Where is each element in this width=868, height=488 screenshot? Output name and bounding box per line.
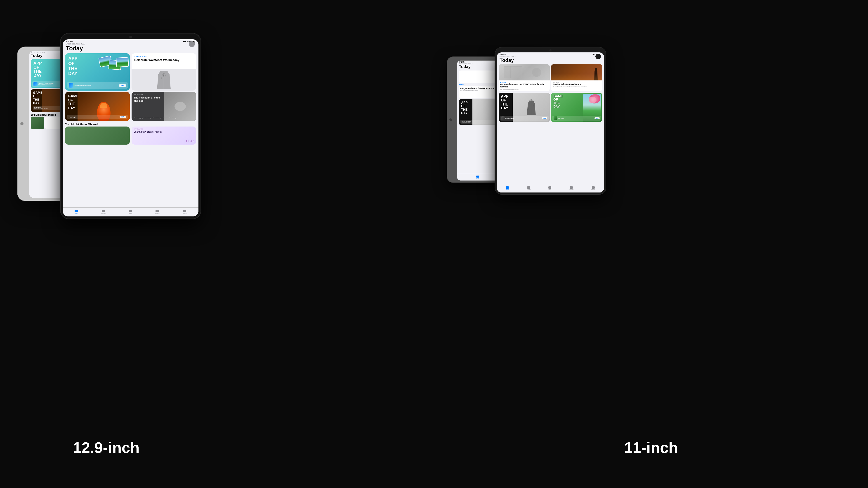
nav11-games[interactable]: Games bbox=[527, 186, 531, 190]
missed-header: You Might Have Missed bbox=[63, 121, 198, 127]
tips-tag: LIFE HACK bbox=[553, 82, 600, 83]
label-11-inch: 11-inch bbox=[434, 439, 868, 456]
tips-desc: No time for mindfulness? Dan Harris can … bbox=[553, 86, 600, 88]
nav11-search[interactable]: Search bbox=[591, 186, 595, 190]
learn-category: APP CULTURE bbox=[134, 128, 143, 130]
nav-games[interactable]: Games bbox=[101, 210, 105, 214]
game-label: GAMEOFTHEDAY bbox=[68, 94, 79, 110]
golf-name: Golf Clash bbox=[558, 118, 563, 119]
wwdc-desc: Tap to see their apps and games. bbox=[500, 89, 548, 90]
nav-explore[interactable]: Explore bbox=[155, 210, 159, 214]
screen-11-front: 9:41 AM Wed Jul 11 WEDNESDAY, JULY 11 To… bbox=[497, 53, 604, 193]
s11f-avatar[interactable] bbox=[595, 54, 601, 59]
bank-card[interactable]: GET STARTED The new bank of mum and dad … bbox=[131, 92, 196, 121]
ipad-129-front: 9:41 AM ▶▶ WiFi ■■■ WEDNESDAY, 11 JULY T… bbox=[61, 33, 201, 219]
aod-fashion-11front[interactable]: APPOFTHEDAY Prêt-à-Template bbox=[499, 93, 550, 122]
golf-label: GAMEOFTHEDAY bbox=[553, 94, 563, 108]
learn-title: Learn, play, create, repeat bbox=[134, 131, 162, 133]
wwdc-title: Congratulations to the WWDC18 Scholarshi… bbox=[500, 83, 548, 88]
ipad-11-front: 9:41 AM Wed Jul 11 WEDNESDAY, JULY 11 To… bbox=[495, 47, 606, 194]
waistcoat-title: Celebrate Waistcoat Wednesday bbox=[134, 58, 193, 62]
nav11-apps[interactable]: Apps bbox=[548, 186, 551, 190]
svg-rect-1 bbox=[504, 66, 522, 78]
s11f-time: 9:41 AM bbox=[500, 53, 506, 55]
camera-11-front bbox=[549, 49, 552, 52]
get-btn-golf[interactable]: GET bbox=[594, 117, 600, 119]
game-of-day-card[interactable]: GAMEOFTHEDAY Fruit Ninja® GET bbox=[65, 92, 130, 121]
wwdc-card[interactable]: WWDC18 Congratulations to the WWDC18 Sch… bbox=[499, 64, 550, 91]
plant-card[interactable] bbox=[65, 127, 130, 144]
s11f-title: Today bbox=[500, 57, 601, 63]
tips-title: Tips for Reluctant Meditators bbox=[553, 83, 600, 86]
golf-card[interactable]: GAMEOFTHEDAY Golf Clash GET bbox=[551, 93, 602, 122]
game-name: Fruit Ninja® bbox=[69, 116, 76, 118]
screen-avatar[interactable] bbox=[189, 41, 195, 47]
bottom-nav-11f: Today Games Apps Updates Search bbox=[497, 184, 604, 193]
get-btn-printa[interactable]: GET bbox=[542, 117, 547, 119]
get-button-game[interactable]: GET bbox=[120, 116, 126, 118]
nav-search[interactable]: Search bbox=[183, 210, 187, 214]
app-of-day-card[interactable]: APPOFTHEDAY Slidebox · Photo Manager GET bbox=[65, 53, 130, 91]
label-129-inch: 12.9-inch bbox=[0, 439, 213, 456]
camera-back bbox=[20, 122, 24, 125]
bank-title: The new bank of mum and dad bbox=[134, 96, 161, 103]
tips-card[interactable]: LIFE HACK Tips for Reluctant Meditators … bbox=[551, 64, 602, 91]
screen-129-front: 9:41 AM ▶▶ WiFi ■■■ WEDNESDAY, 11 JULY T… bbox=[63, 39, 198, 217]
learn-card[interactable]: APP CULTURE Learn, play, create, repeat … bbox=[131, 127, 196, 144]
status-time: 9:41 AM bbox=[66, 40, 73, 42]
fashion-app-name: Prêt-à-TemplateFashion Drawing bbox=[462, 121, 471, 123]
bottom-nav-129: Today Games Apps Explore Search bbox=[63, 207, 198, 217]
aod-fashion-text: APPOFTHEDAY bbox=[501, 94, 508, 110]
waistcoat-card[interactable]: APP CULTURE Celebrate Waistcoat Wednesda… bbox=[131, 53, 196, 91]
bank-tag: GET STARTED bbox=[134, 94, 143, 95]
app-name: Slidebox · Photo Manager bbox=[74, 85, 91, 86]
waistcoat-category: APP CULTURE bbox=[134, 56, 193, 58]
printa-name: Prêt-à-Template bbox=[505, 118, 514, 119]
wwdc-tag: WWDC18 bbox=[500, 82, 548, 83]
nav11-today[interactable]: Today bbox=[506, 186, 509, 190]
bank-desc: How young people can manage their own mo… bbox=[134, 117, 194, 119]
nav-today[interactable]: Today bbox=[74, 210, 78, 214]
svg-point-5 bbox=[532, 68, 541, 77]
get-button-aod[interactable]: GET bbox=[119, 84, 126, 87]
today-date: WEDNESDAY, 11 JULY bbox=[66, 43, 195, 45]
nav-apps[interactable]: Apps bbox=[129, 210, 132, 214]
today-title: Today bbox=[66, 45, 195, 52]
svg-point-6 bbox=[530, 99, 532, 101]
nav11-updates[interactable]: Updates bbox=[569, 186, 574, 190]
camera-11-back bbox=[450, 119, 452, 121]
camera-front-129 bbox=[129, 36, 132, 38]
aod-text: APPOFTHEDAY bbox=[68, 56, 78, 76]
